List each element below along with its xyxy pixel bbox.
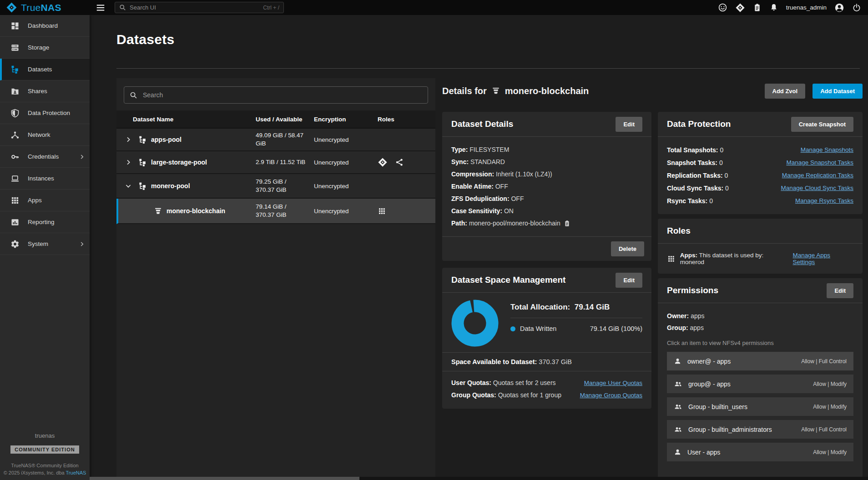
datasets-tree-icon [10, 65, 20, 74]
dataset-name: large-storage-pool [151, 159, 207, 166]
power-icon [852, 3, 861, 12]
acl-item-owner[interactable]: owner@ - apps Allow | Full Control [667, 352, 853, 370]
sidebar-item-apps[interactable]: Apps [0, 190, 90, 211]
manage-user-quotas-link[interactable]: Manage User Quotas [584, 377, 642, 389]
sidebar-item-data-protection[interactable]: Data Protection [0, 102, 90, 124]
add-dataset-button[interactable]: Add Dataset [812, 84, 863, 99]
logged-in-user: truenas_admin [786, 4, 827, 11]
account-button[interactable] [834, 3, 844, 13]
sidebar-item-reporting[interactable]: Reporting [0, 211, 90, 233]
card-title: Dataset Details [451, 119, 513, 129]
truenas-system-role-icon [378, 157, 388, 167]
hamburger-icon [96, 3, 106, 13]
sidebar-item-system[interactable]: System [0, 233, 90, 255]
acl-item-user-apps[interactable]: User - apps Allow | Modify [667, 443, 853, 461]
dataset-name: monero-pool [151, 182, 190, 190]
sidebar-item-label: Datasets [28, 66, 52, 73]
acl-permission: Allow | Modify [813, 449, 847, 455]
sidebar-item-label: Reporting [28, 219, 55, 225]
manage-apps-settings-link[interactable]: Manage Apps Settings [793, 252, 853, 265]
pool-tree-icon [138, 135, 147, 144]
encryption-state: Unencrypted [314, 136, 378, 143]
create-snapshot-button[interactable]: Create Snapshot [791, 117, 853, 132]
feedback-button[interactable] [718, 3, 727, 12]
dataset-row-large-storage-pool[interactable]: large-storage-pool 2.9 TiB / 11.52 TiB U… [116, 151, 435, 174]
acl-item-builtin-administrators[interactable]: Group - builtin_administrators Allow | F… [667, 420, 853, 439]
manage-snapshot-tasks-link[interactable]: Manage Snapshot Tasks [786, 156, 853, 169]
manage-rsync-tasks-link[interactable]: Manage Rsync Tasks [795, 195, 853, 207]
roles-card: Roles Apps: This dataset is used by: mon… [658, 219, 863, 274]
roles-cell [378, 157, 435, 167]
acl-who: owner@ - apps [687, 358, 731, 365]
sidebar: Dashboard Storage Datasets Shares Data P… [0, 15, 90, 480]
alerts-button[interactable] [769, 3, 778, 12]
copy-path-icon[interactable] [564, 220, 570, 227]
dataset-name: apps-pool [151, 136, 182, 143]
power-button[interactable] [852, 3, 861, 12]
manage-snapshots-link[interactable]: Manage Snapshots [801, 144, 853, 156]
people-icon [674, 403, 682, 410]
dataset-tree-panel: Dataset Name Used / Available Encryption… [116, 78, 435, 477]
sidebar-item-storage[interactable]: Storage [0, 37, 90, 59]
total-snapshots-row: Total Snapshots: 0Manage Snapshots [667, 144, 853, 156]
truenas-status-button[interactable] [735, 3, 745, 13]
apps-role-icon [667, 255, 676, 263]
acl-item-builtin-users[interactable]: Group - builtin_users Allow | Modify [667, 397, 853, 416]
bell-icon [769, 3, 778, 12]
space-management-card: Dataset Space Management Edit Total Allo… [442, 268, 651, 409]
used-available: 79.25 GiB /370.37 GiB [256, 178, 314, 194]
clipboard-icon [753, 3, 762, 12]
manage-replication-tasks-link[interactable]: Manage Replication Tasks [782, 169, 853, 182]
dataset-row-monero-blockchain[interactable]: monero-blockchain 79.14 GiB /370.37 GiB … [116, 199, 435, 224]
pool-tree-icon [138, 182, 147, 190]
key-icon [10, 152, 20, 161]
truenas-logo-icon [6, 2, 17, 13]
jobs-button[interactable] [753, 3, 762, 12]
app-logo[interactable]: TrueNAS [0, 2, 90, 13]
sidebar-item-shares[interactable]: Shares [0, 80, 90, 102]
truenas-link[interactable]: TrueNAS [66, 470, 86, 475]
sidebar-item-credentials[interactable]: Credentials [0, 146, 90, 168]
acl-item-group[interactable]: group@ - apps Allow | Modify [667, 375, 853, 393]
sidebar-item-dashboard[interactable]: Dashboard [0, 15, 90, 37]
dataset-row-monero-pool[interactable]: monero-pool 79.25 GiB /370.37 GiB Unencr… [116, 174, 435, 199]
global-search[interactable]: Ctrl + / [115, 2, 284, 13]
truenas-mark-icon [735, 3, 745, 13]
add-zvol-button[interactable]: Add Zvol [765, 84, 806, 99]
collapse-button[interactable] [125, 182, 132, 190]
expand-button[interactable] [125, 136, 132, 143]
legend-dot [510, 326, 515, 331]
sidebar-item-label: Data Protection [28, 110, 70, 116]
acl-permission: Allow | Full Control [801, 426, 847, 433]
page-title: Datasets [116, 32, 174, 47]
dataset-search-input[interactable] [143, 91, 422, 99]
shield-icon [10, 109, 20, 118]
dataset-search[interactable] [124, 86, 428, 104]
acl-who: User - apps [687, 449, 720, 456]
sidebar-toggle-button[interactable] [96, 3, 106, 13]
global-search-input[interactable] [130, 4, 259, 11]
edit-permissions-button[interactable]: Edit [827, 283, 853, 298]
user-avatar-icon [834, 3, 844, 13]
sidebar-item-network[interactable]: Network [0, 124, 90, 146]
dataset-name: monero-blockchain [167, 207, 225, 215]
delete-dataset-button[interactable]: Delete [611, 241, 644, 256]
manage-cloud-sync-tasks-link[interactable]: Manage Cloud Sync Tasks [781, 182, 853, 195]
owner-line: Owner: apps [667, 310, 853, 322]
expand-button[interactable] [125, 159, 132, 166]
search-icon [130, 91, 137, 99]
horizontal-scrollbar-thumb[interactable] [90, 477, 359, 480]
field-compression: Compression: Inherit (1.10x (LZ4)) [451, 168, 642, 180]
sidebar-item-label: Credentials [28, 153, 59, 160]
sidebar-footer: truenas COMMUNITY EDITION TrueNAS® Commu… [0, 432, 90, 477]
edit-dataset-details-button[interactable]: Edit [616, 117, 642, 132]
manage-group-quotas-link[interactable]: Manage Group Quotas [580, 389, 642, 401]
topbar-actions: truenas_admin [718, 3, 868, 13]
card-title: Permissions [667, 285, 718, 295]
sidebar-item-instances[interactable]: Instances [0, 168, 90, 190]
edit-space-button[interactable]: Edit [616, 273, 642, 288]
rsync-tasks-row: Rsync Tasks: 0Manage Rsync Tasks [667, 195, 853, 207]
sidebar-item-datasets[interactable]: Datasets [0, 59, 90, 80]
user-quotas: User Quotas: Quotas set for 2 usersManag… [451, 377, 642, 389]
dataset-row-apps-pool[interactable]: apps-pool 49.09 GiB / 58.47 GiB Unencryp… [116, 129, 435, 151]
